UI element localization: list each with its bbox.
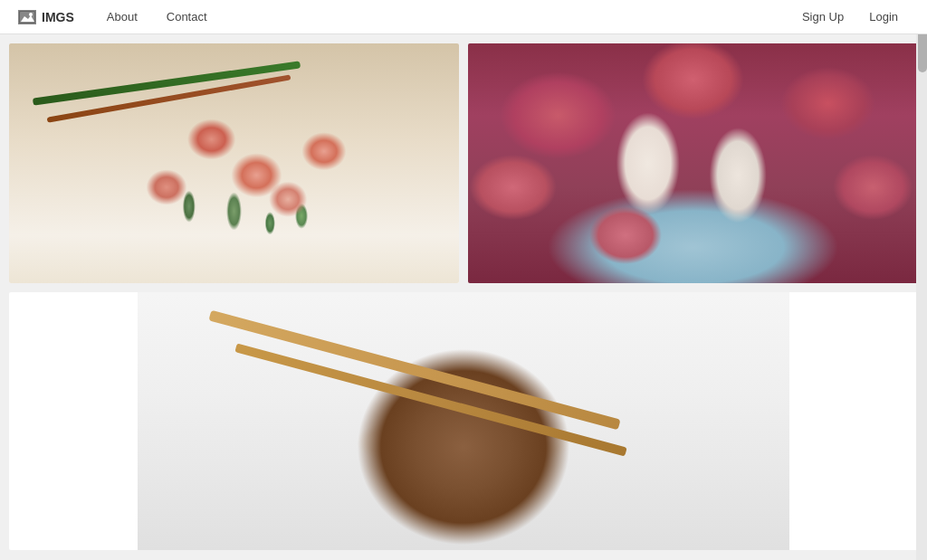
svg-point-3 — [29, 13, 33, 16]
main-content — [0, 34, 927, 559]
dumplings-bg — [138, 292, 789, 550]
image-hands-flowers — [468, 43, 918, 283]
gallery-item-hands[interactable] — [468, 43, 918, 283]
logo-text: IMGS — [42, 10, 74, 24]
navbar: IMGS About Contact Sign Up Login — [0, 0, 927, 34]
scrollbar[interactable] — [916, 0, 927, 560]
gallery-grid — [9, 43, 918, 550]
image-watercolor-flowers — [9, 43, 459, 283]
image-dumplings — [138, 292, 789, 550]
logo[interactable]: IMGS — [18, 10, 74, 24]
nav-contact[interactable]: Contact — [152, 10, 222, 24]
nav-right: Sign Up Login — [791, 10, 909, 24]
gallery-item-dumplings[interactable] — [9, 292, 918, 550]
nav-login[interactable]: Login — [858, 10, 909, 24]
logo-icon — [18, 10, 36, 24]
nav-links: About Contact — [92, 10, 222, 24]
nav-about[interactable]: About — [92, 10, 152, 24]
gallery-item-watercolor[interactable] — [9, 43, 459, 283]
watercolor-bg — [9, 43, 459, 283]
nav-signup[interactable]: Sign Up — [791, 10, 855, 24]
